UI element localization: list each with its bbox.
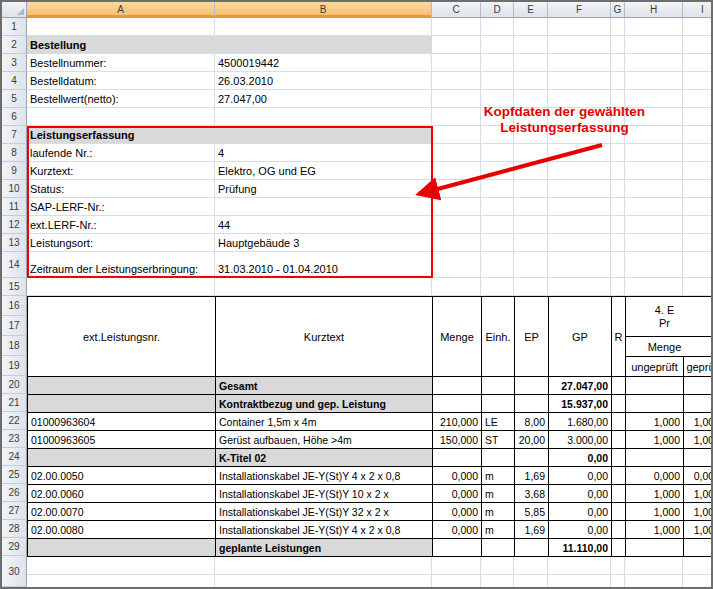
cell-gp[interactable]: 1.680,00	[549, 413, 612, 431]
zeitraum-label-cell[interactable]: Zeitraum der Leistungserbringung:	[27, 252, 215, 277]
column-header-h[interactable]: H	[625, 2, 683, 18]
leistungsort-value-cell[interactable]: Hauptgebäude 3	[215, 234, 432, 251]
row-header-12[interactable]: 12	[2, 216, 27, 234]
column-header-f[interactable]: F	[548, 2, 611, 18]
cell-r[interactable]	[612, 377, 626, 395]
cell-menge-ungeprueft[interactable]	[626, 539, 684, 557]
cell-menge-ungeprueft[interactable]: 1,000	[626, 431, 684, 449]
cell-gp[interactable]: 0,00	[549, 521, 612, 539]
sap-lerf-nr-value-cell[interactable]	[215, 198, 432, 215]
header-sub-menge[interactable]: Menge	[626, 337, 713, 357]
kurztext-label-cell[interactable]: Kurztext:	[27, 162, 215, 179]
row-header-29[interactable]: 29	[2, 538, 27, 556]
row-header-5[interactable]: 5	[2, 90, 27, 108]
cell-einh[interactable]	[482, 449, 515, 467]
row-header-14[interactable]: 14	[2, 252, 27, 278]
header-einh[interactable]: Einh.	[482, 297, 515, 377]
row-header-22[interactable]: 22	[2, 412, 27, 430]
select-all-corner[interactable]	[2, 2, 27, 18]
cell-gp[interactable]: 0,00	[549, 449, 612, 467]
cell-r[interactable]	[612, 413, 626, 431]
cell-ep[interactable]: 8,00	[515, 413, 549, 431]
header-ungeprueft[interactable]: ungeprüft	[626, 357, 684, 377]
column-header-c[interactable]: C	[432, 2, 481, 18]
bestellwert-label-cell[interactable]: Bestellwert(netto):	[27, 90, 215, 107]
cell-gp[interactable]: 0,00	[549, 467, 612, 485]
cell-einh[interactable]: m	[482, 467, 515, 485]
cell-ep[interactable]	[515, 395, 549, 413]
cell-kurztext[interactable]: Gerüst aufbauen, Höhe >4m	[216, 431, 433, 449]
cell-menge-ungeprueft[interactable]	[626, 449, 684, 467]
cell-menge[interactable]: 0,000	[433, 467, 482, 485]
row-header-21[interactable]: 21	[2, 394, 27, 412]
cell-einh[interactable]: m	[482, 503, 515, 521]
cell-menge-geprueft[interactable]: 1,000	[684, 485, 713, 503]
cell-einh[interactable]	[482, 377, 515, 395]
row-header-8[interactable]: 8	[2, 144, 27, 162]
cell-menge[interactable]: 0,000	[433, 521, 482, 539]
bestellwert-value-cell[interactable]: 27.047,00	[215, 90, 432, 107]
cell-gp[interactable]: 27.047,00	[549, 377, 612, 395]
row-header-11[interactable]: 11	[2, 198, 27, 216]
cell-menge-ungeprueft[interactable]	[626, 395, 684, 413]
column-header-g[interactable]: G	[611, 2, 625, 18]
cell-menge-ungeprueft[interactable]: 0,000	[626, 467, 684, 485]
cell-menge[interactable]	[433, 395, 482, 413]
cell-menge-geprueft[interactable]: 0,000	[684, 467, 713, 485]
row-header-16[interactable]: 16	[2, 296, 27, 316]
cell-menge[interactable]: 0,000	[433, 503, 482, 521]
cell-ext-leistungsnr[interactable]: 02.00.0080	[28, 521, 216, 539]
row-header-28[interactable]: 28	[2, 520, 27, 538]
bestellung-title-cell[interactable]: Bestellung	[27, 36, 432, 53]
bestelldatum-value-cell[interactable]: 26.03.2010	[215, 72, 432, 89]
cell-ext-leistungsnr[interactable]	[28, 449, 216, 467]
cell-gp[interactable]: 0,00	[549, 485, 612, 503]
cell-ext-leistungsnr[interactable]	[28, 395, 216, 413]
empty-row-30[interactable]	[27, 557, 713, 575]
cell-einh[interactable]	[482, 395, 515, 413]
header-menge[interactable]: Menge	[433, 297, 482, 377]
cell-kurztext[interactable]: Installationskabel JE-Y(St)Y 4 x 2 x 0,8	[216, 467, 433, 485]
cell-ep[interactable]: 1,69	[515, 467, 549, 485]
cell-r[interactable]	[612, 521, 626, 539]
cell-ext-leistungsnr[interactable]: 02.00.0070	[28, 503, 216, 521]
row-header-26[interactable]: 26	[2, 484, 27, 502]
row-header-10[interactable]: 10	[2, 180, 27, 198]
row-header-27[interactable]: 27	[2, 502, 27, 520]
laufende-nr-label-cell[interactable]: laufende Nr.:	[27, 144, 215, 161]
cell-r[interactable]	[612, 467, 626, 485]
cell-ep[interactable]: 20,00	[515, 431, 549, 449]
cell-ext-leistungsnr[interactable]: 02.00.0050	[28, 467, 216, 485]
cell-kurztext[interactable]: Installationskabel JE-Y(St)Y 4 x 2 x 0,8	[216, 521, 433, 539]
cell-kurztext[interactable]: K-Titel 02	[216, 449, 433, 467]
cell-r[interactable]	[612, 503, 626, 521]
cell-menge-geprueft[interactable]: 1,000	[684, 413, 713, 431]
cell-gp[interactable]: 3.000,00	[549, 431, 612, 449]
cell-ext-leistungsnr[interactable]	[28, 539, 216, 557]
cell-einh[interactable]: m	[482, 485, 515, 503]
bestellnummer-label-cell[interactable]: Bestellnummer:	[27, 54, 215, 71]
row-header-7[interactable]: 7	[2, 126, 27, 144]
status-label-cell[interactable]: Status:	[27, 180, 215, 197]
cell-ext-leistungsnr[interactable]: 01000963605	[28, 431, 216, 449]
cell-ep[interactable]: 5,85	[515, 503, 549, 521]
row-header-17[interactable]: 17	[2, 316, 27, 336]
cell-einh[interactable]	[482, 539, 515, 557]
header-r[interactable]: R	[612, 297, 626, 377]
cell-gp[interactable]: 15.937,00	[549, 395, 612, 413]
row-header-3[interactable]: 3	[2, 54, 27, 72]
cell-ext-leistungsnr[interactable]: 02.00.0060	[28, 485, 216, 503]
cell-menge-geprueft[interactable]: 1,000	[684, 521, 713, 539]
cell-menge-ungeprueft[interactable]	[626, 377, 684, 395]
cell-menge[interactable]	[433, 449, 482, 467]
cell-ep[interactable]: 3,68	[515, 485, 549, 503]
cell-ep[interactable]	[515, 539, 549, 557]
cell-menge[interactable]: 210,000	[433, 413, 482, 431]
cell-menge-ungeprueft[interactable]: 1,000	[626, 521, 684, 539]
row-header-13[interactable]: 13	[2, 234, 27, 252]
ext-lerf-nr-value-cell[interactable]: 44	[215, 216, 432, 233]
cell-menge-geprueft[interactable]: 1,000	[684, 503, 713, 521]
header-ep[interactable]: EP	[515, 297, 549, 377]
row-header-23[interactable]: 23	[2, 430, 27, 448]
cell-kurztext[interactable]: geplante Leistungen	[216, 539, 433, 557]
